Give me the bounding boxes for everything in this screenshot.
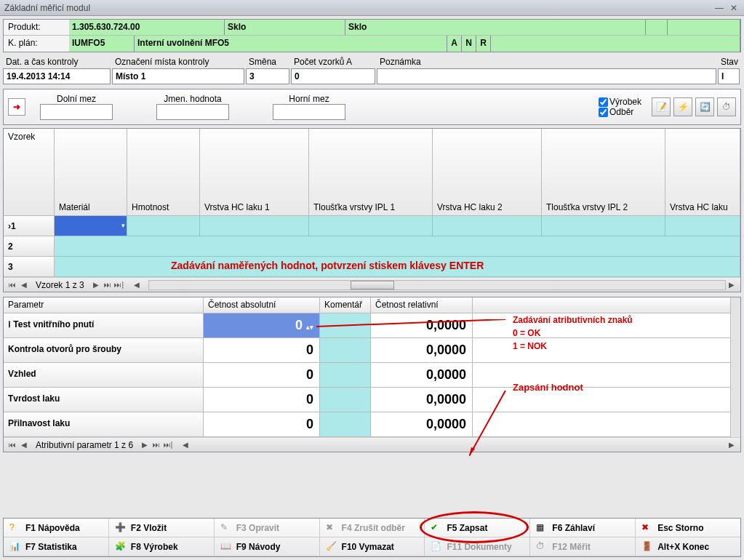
nav2-first-button[interactable]: ⏮ [7, 440, 18, 450]
attr-row[interactable]: ⁞ Test vnitřního pnutí0 ▴▾0,0000 [4, 313, 740, 338]
attr-row[interactable]: Přilnavost laku00,0000 [4, 412, 740, 437]
attr-abs-cell[interactable]: 0 [204, 338, 320, 363]
f1-help-button[interactable]: ?F1 Nápověda [4, 519, 109, 537]
attr-row-label: ⁞ Test vnitřního pnutí [4, 313, 204, 338]
hscroll-left-button[interactable]: ◀ [131, 280, 143, 290]
f7-statistika-button[interactable]: 📊F7 Statistika [4, 537, 109, 556]
attr-row-label: Tvrdost laku [4, 388, 204, 412]
flag-a[interactable]: A [447, 36, 462, 52]
smena-field[interactable]: 3 [246, 68, 289, 84]
attr-row[interactable]: Vzhled00,0000 [4, 363, 740, 388]
kplan-extra[interactable] [491, 36, 740, 52]
hscrollbar[interactable] [148, 280, 726, 290]
hscroll2-left-button[interactable]: ◀ [180, 440, 191, 450]
nav-prev-button[interactable]: ◀ [18, 280, 30, 290]
grid1-row-1[interactable]: › 1 ▾ [4, 216, 740, 236]
book-icon: 📖 [220, 541, 232, 553]
checkbox-odber[interactable]: Odběr [599, 107, 641, 117]
grid1-selected-cell[interactable]: ▾ [55, 216, 127, 236]
attr-komentar-cell[interactable] [320, 338, 371, 363]
hscroll2-right-button[interactable]: ▶ [726, 440, 737, 450]
attr-komentar-cell[interactable] [320, 412, 371, 437]
produkt-typ1-field[interactable]: Sklo [225, 20, 345, 35]
nav2-last-button[interactable]: ⏭ [151, 440, 162, 450]
dolni-mez-field[interactable] [40, 104, 113, 120]
f12-merit-button: ⏱F12 Měřit [530, 537, 636, 556]
attr-abs-cell[interactable]: 0 [204, 388, 320, 412]
attr-abs-cell[interactable]: 0 [204, 363, 320, 388]
flash-button[interactable]: ⚡ [673, 97, 692, 116]
nav-last-button[interactable]: ⏭ [102, 280, 113, 290]
new-note-button[interactable]: 📝 [652, 97, 671, 116]
horni-mez-field[interactable] [273, 104, 345, 120]
produkt-typ2-field[interactable]: Sklo [345, 20, 646, 35]
flag-n[interactable]: N [462, 36, 476, 52]
poznamka-field[interactable] [377, 68, 716, 84]
col-cetnost-abs[interactable]: Četnost absolutní [204, 297, 320, 313]
minimize-icon[interactable]: — [713, 3, 725, 13]
f5-save-button[interactable]: ✔F5 Zapsat [425, 519, 530, 537]
next-arrow-button[interactable]: ➜ [8, 98, 25, 116]
attribute-grid[interactable]: Parametr Četnost absolutní Komentář Četn… [3, 297, 741, 452]
misto-field[interactable]: Místo 1 [112, 68, 244, 84]
grid1-row-2[interactable]: 2 [4, 236, 740, 257]
esc-storno-button[interactable]: ✖Esc Storno [636, 519, 740, 537]
attr-row[interactable]: Kontrola otvorů pro šrouby00,0000 [4, 338, 740, 363]
attr-abs-cell[interactable]: 0 [204, 412, 320, 437]
grid2-vscrollbar[interactable] [730, 297, 740, 437]
f2-insert-button[interactable]: ➕F2 Vložit [109, 519, 215, 537]
col-tloustka1[interactable]: Tloušťka vrstvy IPL 1 [309, 129, 433, 216]
attr-row[interactable]: Tvrdost laku00,0000 [4, 388, 740, 412]
hscroll-right-button[interactable]: ▶ [726, 280, 737, 290]
altx-konec-button[interactable]: 🚪Alt+X Konec [636, 537, 740, 556]
help-icon: ? [9, 522, 21, 534]
f10-vymazat-button[interactable]: 🧹F10 Vymazat [320, 537, 425, 556]
nav2-end-button[interactable]: ⏭| [162, 440, 174, 450]
grid2-navbar: ⏮ ◀ Atributivní parametr 1 z 6 ▶ ⏭ ⏭| ◀ … [4, 437, 740, 452]
attr-komentar-cell[interactable] [320, 363, 371, 388]
f6-header-button[interactable]: ▦F6 Záhlaví [530, 519, 636, 537]
close-icon[interactable]: ✕ [728, 3, 740, 13]
f9-navody-button[interactable]: 📖F9 Návody [215, 537, 320, 556]
col-cetnost-rel[interactable]: Četnost relativní [371, 297, 473, 313]
measurement-grid[interactable]: Vzorek Materiál Hmotnost Vrstva HC laku … [3, 128, 741, 292]
exit-icon: 🚪 [641, 541, 653, 553]
f8-vyrobek-button[interactable]: 🧩F8 Výrobek [109, 537, 215, 556]
col-komentar[interactable]: Komentář [320, 297, 371, 313]
kplan-nazev-field[interactable]: Interní uvolnění MFO5 [135, 36, 447, 52]
col-vrstva2[interactable]: Vrstva HC laku 2 [433, 129, 542, 216]
nav-end-button[interactable]: ⏭| [113, 280, 125, 290]
produkt-extra2[interactable] [668, 20, 740, 35]
nav-next-button[interactable]: ▶ [90, 280, 102, 290]
pocet-field[interactable]: 0 [291, 68, 375, 84]
datum-field[interactable]: 19.4.2013 14:14 [3, 68, 111, 84]
col-vrstva1[interactable]: Vrstva HC laku 1 [200, 129, 309, 216]
attr-abs-cell[interactable]: 0 ▴▾ [204, 313, 320, 338]
col-hmotnost[interactable]: Hmotnost [127, 129, 200, 216]
flag-r[interactable]: R [476, 36, 491, 52]
grid1-corner: Vzorek [4, 129, 55, 216]
dropdown-icon[interactable]: ▾ [121, 222, 125, 229]
label-datum: Dat. a čas kontroly [3, 55, 112, 68]
stav-field[interactable]: I [718, 68, 740, 84]
jmen-hodnota-field[interactable] [156, 104, 229, 120]
produkt-kod-field[interactable]: 1.305.630.724.00 [69, 20, 225, 35]
attr-komentar-cell[interactable] [320, 313, 371, 338]
attr-komentar-cell[interactable] [320, 388, 371, 412]
nav2-prev-button[interactable]: ◀ [18, 440, 30, 450]
label-misto: Označení místa kontroly [112, 55, 246, 68]
col-vrstva3[interactable]: Vrstva HC laku [665, 129, 740, 216]
plus-icon: ➕ [115, 522, 127, 534]
timer-button[interactable]: ⏱ [717, 97, 736, 116]
grid1-row-3[interactable]: 3 [4, 257, 740, 277]
hscroll-thumb[interactable] [351, 281, 394, 289]
nav2-next-button[interactable]: ▶ [139, 440, 151, 450]
refresh-button[interactable]: 🔄 [695, 97, 714, 116]
kplan-kod-field[interactable]: IUMFO5 [69, 36, 135, 52]
col-material[interactable]: Materiál [55, 129, 127, 216]
produkt-extra1[interactable] [646, 20, 668, 35]
nav-first-button[interactable]: ⏮ [7, 280, 18, 290]
col-parametr[interactable]: Parametr [4, 297, 204, 313]
checkbox-vyrobek[interactable]: Výrobek [599, 97, 641, 107]
col-tloustka2[interactable]: Tloušťka vrstvy IPL 2 [542, 129, 665, 216]
